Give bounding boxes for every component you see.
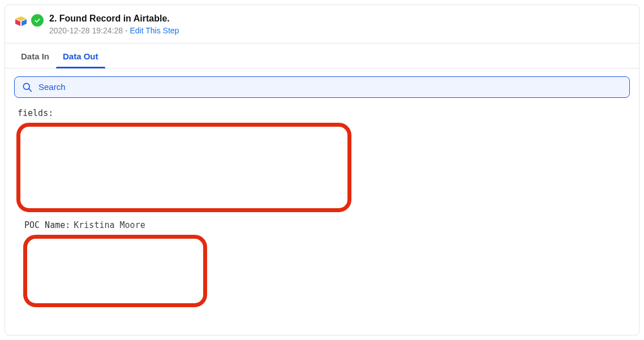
step-title: 2. Found Record in Airtable. bbox=[49, 13, 179, 25]
search-input[interactable] bbox=[38, 82, 622, 92]
search-icon bbox=[22, 81, 33, 93]
tab-data-out[interactable]: Data Out bbox=[56, 44, 105, 68]
step-timestamp: 2020-12-28 19:24:28 bbox=[49, 26, 123, 35]
field-value-poc-name: Kristina Moore bbox=[74, 220, 145, 230]
redacted-block-2 bbox=[23, 235, 207, 307]
fields-label: fields: bbox=[18, 108, 628, 118]
redacted-block-1 bbox=[16, 123, 351, 212]
step-meta: 2020-12-28 19:24:28 - Edit This Step bbox=[49, 26, 179, 35]
search-container bbox=[5, 68, 639, 101]
search-box[interactable] bbox=[14, 76, 630, 98]
field-row-poc-name: POC Name: Kristina Moore bbox=[24, 220, 628, 230]
field-key-poc-name: POC Name: bbox=[24, 220, 70, 230]
edit-step-link[interactable]: Edit This Step bbox=[130, 26, 179, 35]
step-header-text: 2. Found Record in Airtable. 2020-12-28 … bbox=[49, 13, 179, 35]
tab-data-in[interactable]: Data In bbox=[14, 44, 56, 68]
step-card: 2. Found Record in Airtable. 2020-12-28 … bbox=[5, 5, 639, 335]
success-check-icon bbox=[31, 14, 44, 27]
meta-separator: - bbox=[123, 26, 130, 35]
tabs: Data In Data Out bbox=[5, 43, 639, 68]
step-header: 2. Found Record in Airtable. 2020-12-28 … bbox=[5, 5, 639, 43]
svg-line-4 bbox=[29, 89, 32, 92]
data-out-content: fields: POC Name: Kristina Moore bbox=[5, 101, 639, 311]
airtable-icon bbox=[14, 14, 28, 28]
